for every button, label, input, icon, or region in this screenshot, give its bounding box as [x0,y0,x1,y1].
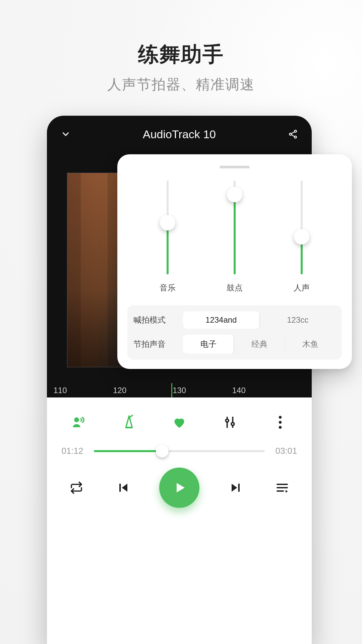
svg-point-5 [74,417,79,422]
track-title: AudioTrack 10 [143,128,216,141]
svg-point-14 [279,426,282,429]
svg-point-13 [279,421,282,424]
repeat-button[interactable] [66,477,87,498]
beat-sound-option[interactable]: 经典 [234,335,285,354]
slider-label: 人声 [294,282,310,293]
metronome-button[interactable] [119,412,139,432]
bpm-tick-label: 110 [53,386,67,395]
prev-button[interactable] [113,477,134,498]
voice-count-button[interactable] [68,412,88,432]
volume-slider[interactable]: 人声 [278,180,325,293]
svg-rect-16 [238,484,240,492]
control-panel: 01:12 03:01 [47,397,312,644]
more-button[interactable] [270,412,290,432]
count-mode-option[interactable]: 1234and [183,311,259,329]
chevron-down-icon [61,129,71,139]
playlist-icon [276,481,289,494]
seek-bar[interactable]: 01:12 03:01 [59,442,300,468]
play-button[interactable] [159,468,199,508]
beat-sound-row: 节拍声音 电子经典木鱼 [133,335,336,354]
svg-point-9 [226,419,229,422]
beat-sound-option[interactable]: 木鱼 [285,335,336,354]
more-vert-icon [279,416,282,429]
svg-rect-15 [119,484,121,492]
bpm-tick-label: 120 [113,386,126,395]
collapse-button[interactable] [59,127,72,141]
player-topbar: AudioTrack 10 [47,116,312,153]
beat-sound-label: 节拍声音 [133,339,177,350]
slider-label: 音乐 [160,282,176,293]
voice-icon [71,415,86,430]
favorite-button[interactable] [169,412,189,432]
metronome-icon [122,415,136,430]
beat-sound-option[interactable]: 电子 [183,335,234,354]
count-mode-option[interactable]: 123cc [260,311,336,329]
svg-line-3 [291,132,295,134]
page-subtitle: 人声节拍器、精准调速 [0,75,362,94]
share-button[interactable] [286,127,300,141]
sliders-icon [223,415,237,430]
heart-icon [172,415,187,430]
share-icon [288,129,298,139]
next-button[interactable] [225,477,246,498]
page-title: 练舞助手 [0,0,362,68]
svg-point-11 [231,423,234,426]
svg-line-4 [291,135,295,137]
skip-next-icon [230,482,242,494]
svg-point-12 [279,416,282,419]
sheet-handle[interactable] [220,166,250,168]
count-mode-label: 喊拍模式 [133,315,177,325]
count-mode-row: 喊拍模式 1234and123cc [133,311,336,329]
bpm-tick-label: 130 [173,386,186,395]
equalizer-button[interactable] [220,412,240,432]
queue-button[interactable] [272,477,293,498]
slider-label: 鼓点 [227,282,243,293]
mixer-card: 音乐鼓点人声 喊拍模式 1234and123cc 节拍声音 电子经典木鱼 [117,154,352,369]
volume-slider[interactable]: 音乐 [144,180,191,293]
volume-slider[interactable]: 鼓点 [211,180,258,293]
skip-previous-icon [117,482,129,494]
play-icon [171,480,187,496]
bpm-tick-label: 140 [232,386,246,395]
time-total: 03:01 [273,446,300,456]
time-elapsed: 01:12 [59,446,86,456]
repeat-icon [70,481,83,494]
